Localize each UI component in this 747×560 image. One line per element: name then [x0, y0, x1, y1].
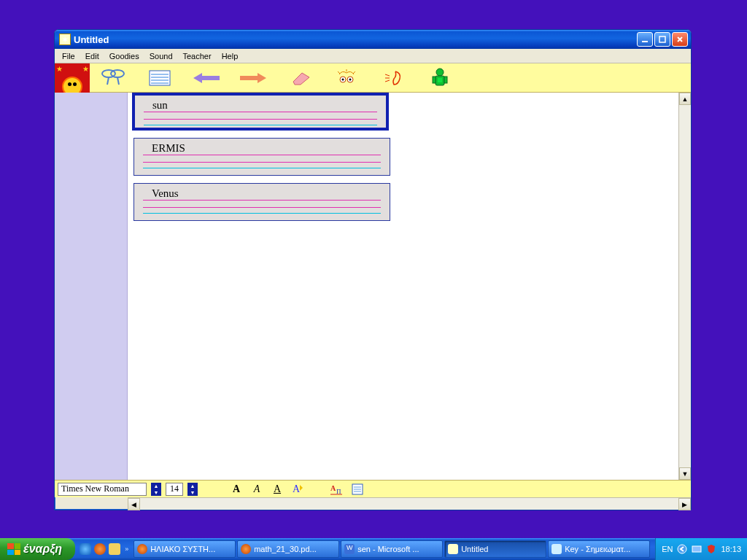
- person-icon: [432, 68, 448, 88]
- tray-display-icon[interactable]: [692, 544, 702, 554]
- clock[interactable]: 18:13: [721, 545, 741, 553]
- svg-point-12: [342, 78, 344, 80]
- card-text[interactable]: sun: [144, 100, 377, 112]
- toolbar: ★ ★: [55, 63, 691, 93]
- tool-listen[interactable]: [370, 63, 417, 93]
- vertical-scrollbar[interactable]: ▲ ▼: [678, 93, 691, 480]
- ear-icon: [382, 69, 404, 88]
- size-selector[interactable]: 14: [166, 483, 183, 496]
- tool-person[interactable]: [417, 63, 463, 93]
- word-icon: W: [344, 544, 355, 554]
- task-button[interactable]: ΗΛΙΑΚΟ ΣΥΣΤΗ...: [133, 540, 236, 558]
- svg-text:A: A: [330, 484, 336, 492]
- close-button[interactable]: [672, 32, 688, 47]
- bold-button[interactable]: A: [228, 483, 244, 496]
- system-tray: EN 18:13: [655, 538, 747, 560]
- task-button[interactable]: W sen - Microsoft ...: [341, 540, 443, 558]
- titlebar[interactable]: ✶ Untitled: [55, 30, 691, 49]
- ql-firefox-icon[interactable]: [94, 543, 106, 555]
- underline-button[interactable]: A: [269, 483, 285, 496]
- tool-previous[interactable]: [183, 63, 230, 93]
- content-area: sun ERMIS Venus ▲ ▼: [55, 93, 691, 480]
- ql-folder-icon[interactable]: [109, 543, 120, 555]
- menu-file[interactable]: File: [58, 50, 80, 62]
- windows-icon: [7, 543, 20, 555]
- svg-rect-18: [433, 77, 436, 83]
- svg-line-4: [107, 77, 109, 85]
- svg-point-14: [349, 78, 352, 80]
- arrow-right-icon: [239, 71, 268, 85]
- ql-ie-icon[interactable]: [80, 543, 91, 555]
- color-icon: A: [291, 483, 304, 496]
- ql-expand-icon[interactable]: »: [125, 545, 128, 553]
- svg-rect-1: [659, 36, 665, 42]
- format-button[interactable]: AΠ: [329, 483, 345, 496]
- menu-sound[interactable]: Sound: [145, 50, 177, 62]
- arrow-left-icon: [192, 71, 221, 85]
- minimize-icon: [641, 36, 649, 43]
- card-sun[interactable]: sun: [132, 93, 389, 131]
- scroll-up-button[interactable]: ▲: [679, 93, 691, 105]
- application-window: ✶ Untitled File Edit Goodies Sound Teach…: [54, 29, 692, 510]
- card-icon: [149, 70, 171, 86]
- app-logo: ★ ★: [55, 63, 90, 93]
- svg-text:A: A: [293, 483, 301, 494]
- menu-edit[interactable]: Edit: [81, 50, 104, 62]
- card-venus[interactable]: Venus: [133, 183, 390, 221]
- menu-teacher[interactable]: Teacher: [179, 50, 216, 62]
- svg-point-15: [436, 69, 444, 76]
- card-text[interactable]: Venus: [143, 188, 381, 201]
- minimize-button[interactable]: [637, 32, 653, 47]
- font-spinner[interactable]: ▲▼: [151, 483, 161, 496]
- menu-goodies[interactable]: Goodies: [105, 50, 144, 62]
- horizontal-scrollbar[interactable]: ◀ ▶: [128, 497, 691, 510]
- scroll-left-button[interactable]: ◀: [128, 498, 140, 510]
- task-label: sen - Microsoft ...: [357, 545, 419, 553]
- task-button[interactable]: math_21_30.pd...: [237, 540, 339, 558]
- task-button-active[interactable]: Untitled: [444, 540, 546, 558]
- tool-look[interactable]: [323, 63, 370, 93]
- task-button[interactable]: Key - Σημειωματ...: [548, 540, 650, 558]
- svg-rect-19: [444, 77, 447, 83]
- task-label: ΗΛΙΑΚΟ ΣΥΣΤΗ...: [150, 545, 215, 553]
- font-selector[interactable]: Times New Roman: [58, 483, 147, 496]
- scroll-right-button[interactable]: ▶: [678, 498, 691, 510]
- scroll-track-h[interactable]: [140, 498, 678, 510]
- start-button[interactable]: έναρξη: [0, 538, 75, 560]
- svg-point-3: [111, 70, 124, 77]
- tool-next[interactable]: [230, 63, 276, 93]
- status-bar: Times New Roman ▲▼ 14 ▲▼ A A A A AΠ: [55, 480, 691, 497]
- tray-shield-icon[interactable]: [706, 544, 716, 554]
- app-icon: [448, 544, 458, 554]
- tray-arrow-icon[interactable]: [677, 544, 687, 554]
- maximize-icon: [659, 36, 666, 43]
- window-title: Untitled: [74, 34, 637, 45]
- maximize-button[interactable]: [654, 32, 670, 47]
- italic-button[interactable]: A: [249, 483, 265, 496]
- quick-launch: »: [80, 543, 128, 555]
- scroll-down-button[interactable]: ▼: [679, 467, 691, 480]
- tool-eraser[interactable]: [276, 63, 323, 93]
- tool-link[interactable]: [90, 63, 136, 93]
- eyes-icon: [335, 69, 358, 88]
- color-button[interactable]: A: [290, 483, 306, 496]
- language-indicator[interactable]: EN: [662, 545, 673, 553]
- close-icon: [676, 36, 684, 43]
- menu-help[interactable]: Help: [217, 50, 243, 62]
- size-spinner[interactable]: ▲▼: [187, 483, 198, 496]
- format-icon: AΠ: [330, 483, 344, 495]
- svg-point-28: [678, 545, 686, 553]
- card-text[interactable]: ERMIS: [143, 143, 381, 155]
- start-label: έναρξη: [23, 542, 62, 556]
- scroll-track[interactable]: [679, 105, 691, 467]
- page-button[interactable]: [349, 483, 365, 496]
- card-ermis[interactable]: ERMIS: [133, 138, 390, 176]
- svg-rect-29: [692, 546, 701, 552]
- link-icon: [100, 69, 126, 88]
- task-label: math_21_30.pd...: [254, 545, 317, 553]
- firefox-icon: [137, 544, 147, 554]
- canvas[interactable]: sun ERMIS Venus: [128, 93, 678, 480]
- svg-line-5: [117, 77, 119, 85]
- task-label: Untitled: [461, 545, 488, 553]
- tool-card[interactable]: [136, 63, 183, 93]
